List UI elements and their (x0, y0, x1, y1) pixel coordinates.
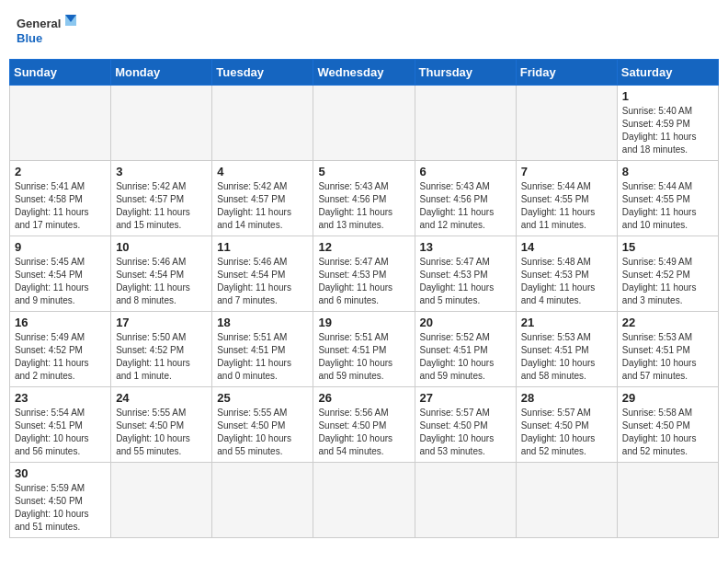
day-info: Sunrise: 5:47 AM Sunset: 4:53 PM Dayligh… (420, 256, 511, 307)
calendar-day-cell (313, 86, 415, 161)
calendar-day-cell: 1Sunrise: 5:40 AM Sunset: 4:59 PM Daylig… (617, 86, 718, 161)
calendar-week-row: 16Sunrise: 5:49 AM Sunset: 4:52 PM Dayli… (10, 312, 719, 387)
day-info: Sunrise: 5:57 AM Sunset: 4:50 PM Dayligh… (521, 407, 612, 458)
calendar-day-cell: 26Sunrise: 5:56 AM Sunset: 4:50 PM Dayli… (313, 387, 415, 463)
day-info: Sunrise: 5:43 AM Sunset: 4:56 PM Dayligh… (420, 180, 511, 232)
day-number: 15 (622, 240, 713, 254)
day-number: 20 (420, 316, 511, 329)
calendar-day-cell: 25Sunrise: 5:55 AM Sunset: 4:50 PM Dayli… (212, 387, 313, 463)
day-number: 23 (15, 391, 106, 405)
day-number: 29 (622, 391, 713, 405)
calendar-day-cell: 23Sunrise: 5:54 AM Sunset: 4:51 PM Dayli… (10, 387, 111, 463)
day-number: 18 (217, 316, 308, 329)
calendar-day-cell: 27Sunrise: 5:57 AM Sunset: 4:50 PM Dayli… (415, 387, 516, 463)
calendar-table: SundayMondayTuesdayWednesdayThursdayFrid… (9, 59, 719, 538)
day-info: Sunrise: 5:49 AM Sunset: 4:52 PM Dayligh… (15, 331, 106, 383)
calendar-week-row: 23Sunrise: 5:54 AM Sunset: 4:51 PM Dayli… (10, 387, 719, 463)
calendar-day-cell: 24Sunrise: 5:55 AM Sunset: 4:50 PM Dayli… (111, 387, 212, 463)
day-number: 7 (521, 165, 612, 178)
calendar-day-cell (313, 463, 415, 538)
day-number: 17 (116, 316, 207, 329)
logo: General Blue (17, 13, 81, 50)
day-number: 12 (318, 240, 409, 254)
calendar-day-cell: 2Sunrise: 5:41 AM Sunset: 4:58 PM Daylig… (10, 161, 111, 236)
calendar-day-cell: 17Sunrise: 5:50 AM Sunset: 4:52 PM Dayli… (111, 312, 212, 387)
calendar-day-cell: 21Sunrise: 5:53 AM Sunset: 4:51 PM Dayli… (516, 312, 617, 387)
day-info: Sunrise: 5:43 AM Sunset: 4:56 PM Dayligh… (318, 180, 409, 232)
calendar-day-cell (111, 463, 212, 538)
day-number: 8 (622, 165, 713, 178)
svg-text:Blue: Blue (17, 31, 42, 45)
calendar-day-cell: 13Sunrise: 5:47 AM Sunset: 4:53 PM Dayli… (415, 236, 516, 312)
calendar-day-cell: 15Sunrise: 5:49 AM Sunset: 4:52 PM Dayli… (617, 236, 718, 312)
calendar-week-row: 30Sunrise: 5:59 AM Sunset: 4:50 PM Dayli… (10, 463, 719, 538)
calendar-day-cell (212, 86, 313, 161)
day-number: 14 (521, 240, 612, 254)
calendar-day-cell (516, 86, 617, 161)
weekday-header-tuesday: Tuesday (212, 60, 313, 86)
day-number: 4 (217, 165, 308, 178)
day-info: Sunrise: 5:44 AM Sunset: 4:55 PM Dayligh… (521, 180, 612, 232)
day-info: Sunrise: 5:57 AM Sunset: 4:50 PM Dayligh… (420, 407, 511, 458)
calendar-day-cell: 7Sunrise: 5:44 AM Sunset: 4:55 PM Daylig… (516, 161, 617, 236)
calendar-day-cell: 16Sunrise: 5:49 AM Sunset: 4:52 PM Dayli… (10, 312, 111, 387)
day-info: Sunrise: 5:50 AM Sunset: 4:52 PM Dayligh… (116, 331, 207, 383)
day-number: 11 (217, 240, 308, 254)
day-number: 3 (116, 165, 207, 178)
calendar-week-row: 9Sunrise: 5:45 AM Sunset: 4:54 PM Daylig… (10, 236, 719, 312)
day-info: Sunrise: 5:55 AM Sunset: 4:50 PM Dayligh… (217, 407, 308, 458)
calendar-day-cell: 4Sunrise: 5:42 AM Sunset: 4:57 PM Daylig… (212, 161, 313, 236)
day-number: 28 (521, 391, 612, 405)
day-info: Sunrise: 5:58 AM Sunset: 4:50 PM Dayligh… (622, 407, 713, 458)
day-number: 19 (318, 316, 409, 329)
calendar-week-row: 2Sunrise: 5:41 AM Sunset: 4:58 PM Daylig… (10, 161, 719, 236)
day-number: 2 (15, 165, 106, 178)
day-number: 21 (521, 316, 612, 329)
page-header: General Blue (9, 9, 719, 53)
day-number: 26 (318, 391, 409, 405)
calendar-day-cell: 3Sunrise: 5:42 AM Sunset: 4:57 PM Daylig… (111, 161, 212, 236)
day-info: Sunrise: 5:54 AM Sunset: 4:51 PM Dayligh… (15, 407, 106, 458)
calendar-week-row: 1Sunrise: 5:40 AM Sunset: 4:59 PM Daylig… (10, 86, 719, 161)
calendar-day-cell (415, 86, 516, 161)
calendar-day-cell (111, 86, 212, 161)
calendar-day-cell (10, 86, 111, 161)
weekday-header-thursday: Thursday (415, 60, 516, 86)
day-info: Sunrise: 5:46 AM Sunset: 4:54 PM Dayligh… (217, 256, 308, 307)
weekday-header-wednesday: Wednesday (313, 60, 415, 86)
day-number: 16 (15, 316, 106, 329)
calendar-day-cell: 9Sunrise: 5:45 AM Sunset: 4:54 PM Daylig… (10, 236, 111, 312)
day-info: Sunrise: 5:41 AM Sunset: 4:58 PM Dayligh… (15, 180, 106, 232)
day-info: Sunrise: 5:53 AM Sunset: 4:51 PM Dayligh… (521, 331, 612, 383)
weekday-header-saturday: Saturday (617, 60, 718, 86)
calendar-day-cell: 29Sunrise: 5:58 AM Sunset: 4:50 PM Dayli… (617, 387, 718, 463)
calendar-day-cell: 10Sunrise: 5:46 AM Sunset: 4:54 PM Dayli… (111, 236, 212, 312)
day-number: 10 (116, 240, 207, 254)
day-number: 9 (15, 240, 106, 254)
calendar-day-cell: 6Sunrise: 5:43 AM Sunset: 4:56 PM Daylig… (415, 161, 516, 236)
svg-text:General: General (17, 17, 61, 30)
day-info: Sunrise: 5:42 AM Sunset: 4:57 PM Dayligh… (217, 180, 308, 232)
weekday-header-monday: Monday (111, 60, 212, 86)
calendar-day-cell: 28Sunrise: 5:57 AM Sunset: 4:50 PM Dayli… (516, 387, 617, 463)
day-number: 22 (622, 316, 713, 329)
calendar-day-cell: 20Sunrise: 5:52 AM Sunset: 4:51 PM Dayli… (415, 312, 516, 387)
day-info: Sunrise: 5:49 AM Sunset: 4:52 PM Dayligh… (622, 256, 713, 307)
day-number: 1 (622, 89, 713, 103)
day-number: 6 (420, 165, 511, 178)
calendar-day-cell: 5Sunrise: 5:43 AM Sunset: 4:56 PM Daylig… (313, 161, 415, 236)
calendar-day-cell: 22Sunrise: 5:53 AM Sunset: 4:51 PM Dayli… (617, 312, 718, 387)
weekday-header-row: SundayMondayTuesdayWednesdayThursdayFrid… (10, 60, 719, 86)
calendar-day-cell: 11Sunrise: 5:46 AM Sunset: 4:54 PM Dayli… (212, 236, 313, 312)
day-info: Sunrise: 5:53 AM Sunset: 4:51 PM Dayligh… (622, 331, 713, 383)
day-info: Sunrise: 5:40 AM Sunset: 4:59 PM Dayligh… (622, 105, 713, 156)
day-info: Sunrise: 5:59 AM Sunset: 4:50 PM Dayligh… (15, 482, 106, 534)
calendar-day-cell (212, 463, 313, 538)
calendar-day-cell (415, 463, 516, 538)
calendar-day-cell: 30Sunrise: 5:59 AM Sunset: 4:50 PM Dayli… (10, 463, 111, 538)
logo-icon: General Blue (17, 13, 81, 50)
calendar-day-cell (516, 463, 617, 538)
weekday-header-friday: Friday (516, 60, 617, 86)
day-info: Sunrise: 5:47 AM Sunset: 4:53 PM Dayligh… (318, 256, 409, 307)
day-info: Sunrise: 5:51 AM Sunset: 4:51 PM Dayligh… (318, 331, 409, 383)
